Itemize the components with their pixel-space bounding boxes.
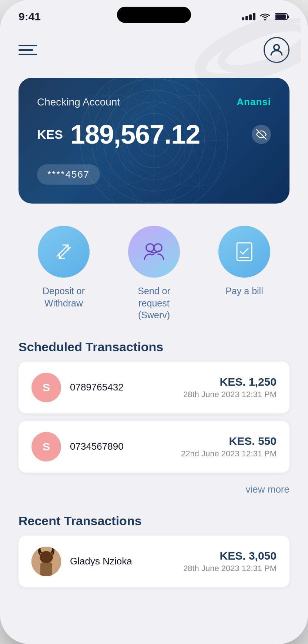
scheduled-transaction-2[interactable]: S 0734567890 KES. 550 22nd June 2023 12:… bbox=[19, 421, 289, 473]
svg-point-32 bbox=[154, 244, 162, 252]
transfer-arrows-icon bbox=[52, 240, 76, 264]
transaction-date-1: 28th June 2023 12:31 PM bbox=[183, 390, 277, 399]
transaction-date-2: 22nd June 2023 12:31 PM bbox=[181, 449, 277, 459]
menu-button[interactable] bbox=[19, 45, 37, 55]
signal-icon bbox=[242, 13, 255, 20]
scheduled-section-title: Scheduled Transactions bbox=[0, 329, 308, 362]
send-request-circle bbox=[128, 226, 180, 278]
profile-button[interactable] bbox=[264, 37, 289, 63]
transaction-info-1: 0789765432 bbox=[70, 382, 174, 393]
people-icon bbox=[141, 239, 167, 264]
status-icons bbox=[242, 13, 289, 21]
recent-date-1: 28th June 2023 12:31 PM bbox=[183, 564, 277, 573]
profile-icon bbox=[268, 42, 285, 58]
person-avatar-inner-1 bbox=[31, 547, 61, 576]
phone-frame: 9:41 bbox=[0, 0, 308, 644]
send-request-label: Send orrequest(Swerv) bbox=[138, 285, 170, 321]
battery-icon bbox=[275, 13, 289, 21]
card-logo: Anansi bbox=[237, 96, 271, 108]
person-silhouette-1 bbox=[31, 547, 61, 576]
dynamic-island bbox=[117, 7, 191, 23]
svg-line-17 bbox=[154, 141, 228, 204]
svg-point-5 bbox=[274, 44, 279, 50]
app-header bbox=[0, 26, 308, 70]
pay-bill-circle bbox=[218, 226, 270, 278]
card-top-row: Checking Account Anansi bbox=[37, 96, 271, 108]
status-time: 9:41 bbox=[19, 10, 41, 23]
menu-line-3 bbox=[19, 54, 37, 55]
wifi-icon bbox=[260, 13, 270, 21]
contact-avatar-1: S bbox=[31, 373, 61, 402]
svg-rect-2 bbox=[288, 16, 289, 18]
card-number-badge: ****4567 bbox=[37, 164, 100, 185]
deposit-withdraw-action[interactable]: Deposit orWithdraw bbox=[30, 226, 97, 309]
transaction-phone-2: 0734567890 bbox=[70, 441, 172, 452]
hide-balance-button[interactable] bbox=[252, 125, 271, 144]
scheduled-transaction-1[interactable]: S 0789765432 KES. 1,250 28th June 2023 1… bbox=[19, 362, 289, 413]
transaction-info-2: 0734567890 bbox=[70, 441, 172, 452]
card-balance-row: KES 189,567.12 bbox=[37, 119, 271, 150]
card-currency: KES bbox=[37, 127, 63, 142]
recent-section-title: Recent Transactions bbox=[0, 503, 308, 536]
transaction-info-recent-1: Gladys Nzioka bbox=[70, 556, 174, 567]
actions-section: Deposit orWithdraw Send orrequest(Swerv) bbox=[0, 211, 308, 329]
recent-amount-col-1: KES. 3,050 28th June 2023 12:31 PM bbox=[183, 550, 277, 573]
pay-bill-label: Pay a bill bbox=[225, 285, 263, 297]
transaction-amount-1: KES. 1,250 bbox=[183, 376, 277, 388]
card-amount: 189,567.12 bbox=[70, 119, 244, 150]
menu-line-1 bbox=[19, 45, 37, 46]
svg-rect-37 bbox=[40, 563, 52, 576]
bill-icon bbox=[232, 240, 256, 264]
transaction-amount-col-2: KES. 550 22nd June 2023 12:31 PM bbox=[181, 435, 277, 459]
deposit-withdraw-circle bbox=[38, 226, 90, 278]
view-more-button[interactable]: view more bbox=[0, 480, 308, 503]
phone-screen: 9:41 bbox=[0, 0, 308, 644]
contact-avatar-2: S bbox=[31, 432, 61, 462]
pay-bill-action[interactable]: Pay a bill bbox=[211, 226, 278, 297]
deposit-withdraw-label: Deposit orWithdraw bbox=[43, 285, 85, 309]
eye-off-icon bbox=[256, 129, 267, 140]
bank-card: Checking Account Anansi KES 189,567.12 *… bbox=[19, 78, 289, 204]
transaction-phone-1: 0789765432 bbox=[70, 382, 174, 393]
recent-person-name: Gladys Nzioka bbox=[70, 556, 174, 567]
menu-line-2 bbox=[19, 49, 33, 51]
transaction-amount-col-1: KES. 1,250 28th June 2023 12:31 PM bbox=[183, 376, 277, 399]
svg-point-31 bbox=[146, 244, 154, 252]
svg-rect-1 bbox=[275, 14, 286, 19]
card-section: Checking Account Anansi KES 189,567.12 *… bbox=[0, 70, 308, 211]
send-request-action[interactable]: Send orrequest(Swerv) bbox=[121, 226, 187, 321]
person-avatar-1 bbox=[31, 547, 61, 576]
recent-transaction-1[interactable]: Gladys Nzioka KES. 3,050 28th June 2023 … bbox=[19, 536, 289, 587]
transaction-amount-2: KES. 550 bbox=[181, 435, 277, 447]
card-account-type: Checking Account bbox=[37, 96, 120, 108]
recent-amount-1: KES. 3,050 bbox=[183, 550, 277, 562]
